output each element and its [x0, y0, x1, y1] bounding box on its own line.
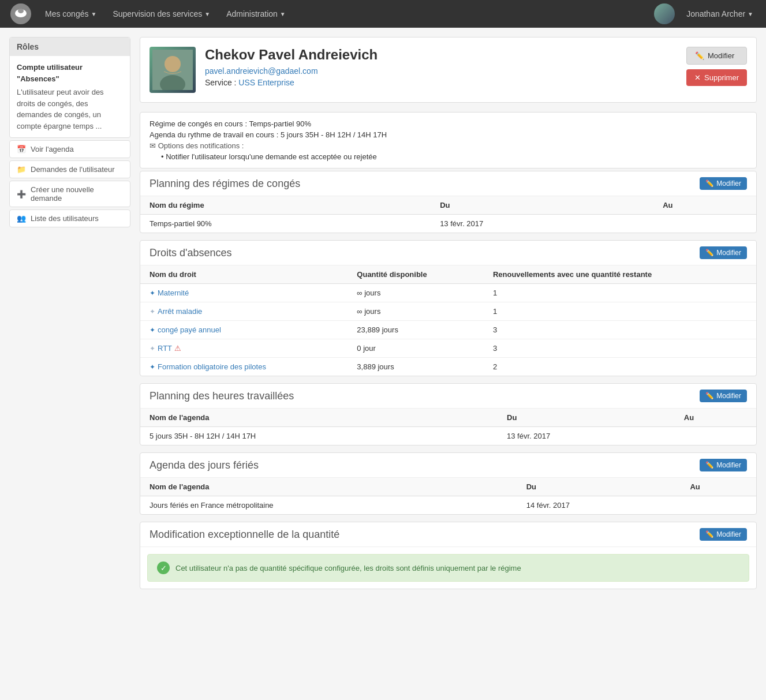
droit-renouvellements: 2 — [484, 358, 756, 376]
asterisk-blue-icon: ✦ — [150, 326, 155, 334]
droit-renouvellements: 1 — [484, 302, 756, 321]
col-nom-agenda: Nom de l'agenda — [140, 409, 498, 427]
sidebar-link-label: Demandes de l'utilisateur — [31, 165, 115, 174]
regime-du: 13 févr. 2017 — [431, 215, 653, 233]
agenda-info: Agenda du rythme de travail en cours : 5… — [150, 130, 747, 139]
agenda-feries-section: Agenda des jours fériés ✏️ Modifier Nom … — [140, 452, 757, 515]
droit-renouvellements: 3 — [484, 339, 756, 358]
times-icon: ✕ — [694, 73, 701, 82]
agenda-feries-modifier-button[interactable]: ✏️ Modifier — [700, 459, 747, 471]
planning-heures-modifier-button[interactable]: ✏️ Modifier — [700, 390, 747, 402]
col-nom-regime: Nom du régime — [140, 196, 431, 215]
sidebar-item-voir-agenda[interactable]: 📅 Voir l'agenda — [9, 140, 130, 158]
regime-au — [653, 215, 756, 233]
droit-quantite: 3,889 jours — [347, 358, 484, 376]
pencil-icon: ✏️ — [705, 530, 714, 538]
heures-nom: 5 jours 35H - 8H 12H / 14H 17H — [140, 427, 498, 446]
sidebar: Rôles Compte utilisateur "Absences" L'ut… — [9, 37, 130, 596]
table-row: Jours fériés en France métropolitaine 14… — [140, 496, 756, 515]
planning-regimes-section: Planning des régimes de congés ✏️ Modifi… — [140, 171, 757, 233]
modification-exceptionnelle-section: Modification exceptionnelle de la quanti… — [140, 522, 757, 589]
alert-message: Cet utilisateur n'a pas de quantité spéc… — [175, 564, 521, 572]
sidebar-roles-heading: Rôles — [10, 38, 130, 56]
planning-heures-table: Nom de l'agenda Du Au 5 jours 35H - 8H 1… — [140, 409, 756, 445]
feries-au — [681, 496, 756, 515]
service-label: Service : — [205, 78, 236, 87]
droit-nom-link[interactable]: congé payé annuel — [158, 325, 221, 334]
feries-du: 14 févr. 2017 — [517, 496, 681, 515]
droit-nom: ✦Formation obligatoire des pilotes — [140, 358, 347, 376]
nav-supervision[interactable]: Supervision des services ▼ — [106, 6, 217, 22]
planning-heures-header: Planning des heures travaillées ✏️ Modif… — [140, 384, 756, 409]
supprimer-button[interactable]: ✕ Supprimer — [686, 69, 747, 86]
profile-email-link[interactable]: pavel.andreievich@gadael.com — [205, 66, 318, 76]
check-circle-icon: ✓ — [157, 562, 170, 574]
table-row: ✦Formation obligatoire des pilotes3,889 … — [140, 358, 756, 376]
planning-heures-section: Planning des heures travaillées ✏️ Modif… — [140, 383, 757, 446]
caret-icon: ▼ — [204, 11, 210, 17]
planning-regimes-title: Planning des régimes de congés — [150, 178, 300, 190]
envelope-icon: ✉ — [150, 141, 156, 150]
table-header-row: Nom du régime Du Au — [140, 196, 756, 215]
modification-exceptionnelle-modifier-button[interactable]: ✏️ Modifier — [700, 528, 747, 541]
asterisk-blue-icon: ✦ — [150, 289, 155, 297]
navbar-left: Mes congés ▼ Supervision des services ▼ … — [6, 3, 293, 24]
profile-card: Chekov Pavel Andreievich pavel.andreievi… — [140, 37, 757, 103]
brand-link[interactable] — [6, 3, 36, 24]
col-au: Au — [681, 478, 756, 496]
info-section: Régime de congés en cours : Temps-partie… — [140, 112, 757, 169]
nav-administration[interactable]: Administration ▼ — [219, 6, 293, 22]
col-du: Du — [517, 478, 681, 496]
table-row: ✦Arrêt maladie∞ jours1 — [140, 302, 756, 321]
sidebar-role-title: Compte utilisateur "Absences" — [17, 62, 123, 84]
regime-info: Régime de congés en cours : Temps-partie… — [150, 119, 747, 128]
sidebar-item-creer-demande[interactable]: ➕ Créer une nouvelle demande — [9, 181, 130, 207]
sidebar-link-label: Voir l'agenda — [31, 145, 74, 154]
droit-nom: ✦Arrêt maladie — [140, 302, 347, 321]
droit-nom-link[interactable]: Maternité — [158, 289, 189, 297]
droit-nom-link[interactable]: Arrêt maladie — [158, 307, 202, 316]
agenda-feries-header: Agenda des jours fériés ✏️ Modifier — [140, 453, 756, 478]
heures-au — [675, 427, 756, 446]
service-link[interactable]: USS Enterprise — [238, 78, 294, 87]
sidebar-item-liste-utilisateurs[interactable]: 👥 Liste des utilisateurs — [9, 209, 130, 227]
droit-quantite: ∞ jours — [347, 302, 484, 321]
notification-label: ✉ Options des notifications : — [150, 141, 747, 150]
regime-nom: Temps-partiel 90% — [140, 215, 431, 233]
profile-service: Service : USS Enterprise — [205, 78, 677, 87]
users-icon: 👥 — [17, 214, 26, 223]
heures-du: 13 févr. 2017 — [498, 427, 675, 446]
droit-quantite: 23,889 jours — [347, 321, 484, 339]
nav-user[interactable]: Jonathan Archer ▼ — [679, 6, 760, 22]
droit-nom-link[interactable]: Formation obligatoire des pilotes — [158, 362, 266, 371]
col-au: Au — [675, 409, 756, 427]
feries-nom: Jours fériés en France métropolitaine — [140, 496, 517, 515]
calendar-icon: 📅 — [17, 145, 26, 154]
droit-nom-link[interactable]: RTT — [158, 344, 172, 353]
col-au: Au — [653, 196, 756, 215]
col-nom-agenda: Nom de l'agenda — [140, 478, 517, 496]
droits-absences-title: Droits d'absences — [150, 247, 232, 259]
agenda-feries-table: Nom de l'agenda Du Au Jours fériés en Fr… — [140, 478, 756, 514]
droit-renouvellements: 1 — [484, 284, 756, 302]
caret-icon: ▼ — [91, 11, 96, 17]
sidebar-link-label: Créer une nouvelle demande — [31, 185, 123, 203]
table-row: ✦congé payé annuel23,889 jours3 — [140, 321, 756, 339]
droit-nom: ✦congé payé annuel — [140, 321, 347, 339]
planning-regimes-header: Planning des régimes de congés ✏️ Modifi… — [140, 171, 756, 196]
droits-absences-modifier-button[interactable]: ✏️ Modifier — [700, 246, 747, 259]
sidebar-item-demandes[interactable]: 📁 Demandes de l'utilisateur — [9, 160, 130, 178]
table-row: 5 jours 35H - 8H 12H / 14H 17H 13 févr. … — [140, 427, 756, 446]
planning-regimes-modifier-button[interactable]: ✏️ Modifier — [700, 177, 747, 190]
planning-regimes-table: Nom du régime Du Au Temps-partiel 90% 13… — [140, 196, 756, 233]
notification-item: • Notifier l'utilisateur lorsqu'une dema… — [161, 152, 747, 161]
profile-photo — [150, 47, 196, 93]
table-row: ✦RTT⚠0 jour3 — [140, 339, 756, 358]
caret-icon: ▼ — [748, 11, 753, 17]
user-avatar-img — [654, 3, 675, 24]
droits-absences-header: Droits d'absences ✏️ Modifier — [140, 241, 756, 265]
modifier-button[interactable]: ✏️ Modifier — [686, 47, 747, 65]
user-name-label: Jonathan Archer — [686, 9, 745, 18]
modification-exceptionnelle-header: Modification exceptionnelle de la quanti… — [140, 522, 756, 547]
nav-mes-conges[interactable]: Mes congés ▼ — [38, 6, 103, 22]
